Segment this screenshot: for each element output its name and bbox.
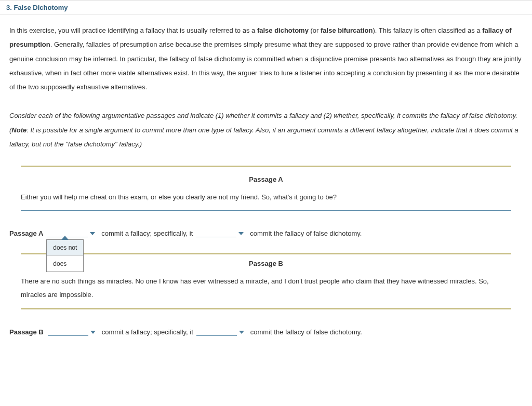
chevron-down-icon[interactable] (90, 331, 96, 334)
intro-bold-2: false bifurcation (321, 26, 373, 34)
dropdown-b2-line (196, 329, 237, 336)
answer-b-mid: commit a fallacy; specifically, it (102, 328, 193, 336)
intro-bold-1: false dichotomy (257, 26, 309, 34)
answer-a-end: commit the fallacy of false dichotomy. (250, 229, 362, 237)
dropdown-a1-menu: does not does (46, 239, 84, 272)
chevron-down-icon[interactable] (239, 331, 244, 334)
answer-b-end: commit the fallacy of false dichotomy. (250, 328, 362, 336)
dropdown-option-does[interactable]: does (47, 256, 83, 272)
dropdown-b2-slot[interactable] (195, 329, 248, 336)
chevron-down-icon[interactable] (90, 232, 95, 235)
answer-a-label: Passage A (9, 229, 43, 237)
intro-text-2: (or (309, 26, 321, 34)
passage-a-title: Passage A (21, 170, 511, 191)
answer-a-mid: commit a fallacy; specifically, it (101, 229, 193, 237)
main-content: In this exercise, you will practice iden… (0, 15, 532, 360)
passage-b-title: Passage B (21, 254, 511, 275)
answer-row-a: Passage A does not does commit a fallacy… (9, 229, 523, 237)
divider (21, 308, 511, 309)
section-header: 3. False Dichotomy (0, 0, 532, 15)
passage-a-text: Either you will help me cheat on this ex… (21, 191, 511, 210)
instructions-paragraph: Consider each of the following argumenta… (9, 109, 523, 151)
dropdown-b1-slot[interactable] (47, 329, 100, 336)
dropdown-option-does-not[interactable]: does not (47, 240, 83, 256)
answer-row-b: Passage B commit a fallacy; specifically… (9, 328, 523, 336)
passage-b-block: Passage B There are no such things as mi… (21, 254, 511, 309)
intro-text-4: . Generally, fallacies of presumption ar… (9, 40, 522, 91)
passage-b-text: There are no such things as miracles. No… (21, 275, 511, 308)
divider (21, 166, 511, 167)
dropdown-a1-slot[interactable]: does not does (46, 230, 99, 237)
instructions-text-2: : It is possible for a single argument t… (9, 126, 518, 148)
instructions-note-bold: Note (11, 126, 26, 134)
divider (21, 210, 511, 211)
intro-text-1: In this exercise, you will practice iden… (9, 26, 257, 34)
dropdown-pointer-icon (61, 236, 69, 240)
section-title: 3. False Dichotomy (6, 4, 68, 11)
dropdown-a2-line (196, 230, 236, 237)
passage-a-block: Passage A Either you will help me cheat … (21, 166, 511, 211)
dropdown-a2-slot[interactable] (195, 230, 248, 237)
dropdown-b1-line (48, 329, 88, 336)
answer-b-label: Passage B (9, 328, 44, 336)
chevron-down-icon[interactable] (238, 232, 244, 235)
intro-paragraph: In this exercise, you will practice iden… (9, 23, 523, 94)
intro-text-3: ). This fallacy is often classified as a (373, 26, 482, 34)
